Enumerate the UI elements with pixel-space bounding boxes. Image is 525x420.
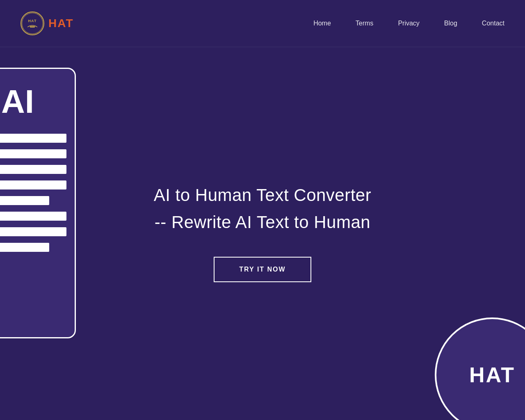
logo-icon: HAT bbox=[21, 11, 44, 35]
hero-subtitle: -- Rewrite AI Text to Human bbox=[154, 212, 371, 232]
hero-section: AI AI to Human Text Converter -- Rewrite… bbox=[0, 47, 525, 420]
navbar: HAT HAT Home Terms Privacy Blog Contact bbox=[0, 0, 525, 47]
ai-doc-illustration: AI bbox=[0, 68, 82, 347]
logo-text: HAT bbox=[48, 17, 73, 30]
hat-circle: HAT bbox=[435, 317, 525, 420]
doc-line-7 bbox=[0, 227, 66, 236]
try-it-now-button[interactable]: TRY IT NOW bbox=[214, 257, 311, 282]
logo-area[interactable]: HAT HAT bbox=[21, 11, 73, 35]
nav-blog[interactable]: Blog bbox=[444, 20, 457, 27]
doc-line-6 bbox=[0, 212, 66, 221]
doc-line-8 bbox=[0, 243, 49, 252]
ai-doc-card: AI bbox=[0, 68, 76, 338]
doc-line-1 bbox=[0, 134, 66, 143]
doc-line-4 bbox=[0, 180, 66, 189]
hat-circle-label: HAT bbox=[469, 363, 515, 387]
doc-line-2 bbox=[0, 149, 66, 158]
hat-icon bbox=[27, 23, 38, 28]
doc-line-5 bbox=[0, 196, 49, 205]
doc-line-3 bbox=[0, 165, 66, 174]
svg-rect-0 bbox=[30, 26, 35, 27]
nav-terms[interactable]: Terms bbox=[356, 20, 374, 27]
nav-privacy[interactable]: Privacy bbox=[398, 20, 419, 27]
logo-ha: HA bbox=[48, 17, 66, 30]
logo-circle-text: HAT bbox=[28, 19, 37, 23]
logo-t: T bbox=[66, 17, 73, 30]
hero-content: AI to Human Text Converter -- Rewrite AI… bbox=[154, 185, 371, 282]
nav-contact[interactable]: Contact bbox=[482, 20, 504, 27]
nav-home[interactable]: Home bbox=[313, 20, 331, 27]
doc-lines bbox=[0, 134, 66, 252]
ai-label: AI bbox=[1, 85, 34, 118]
hero-title: AI to Human Text Converter bbox=[154, 185, 371, 205]
hat-circle-illustration: HAT bbox=[435, 317, 525, 420]
nav-links: Home Terms Privacy Blog Contact bbox=[313, 20, 504, 27]
